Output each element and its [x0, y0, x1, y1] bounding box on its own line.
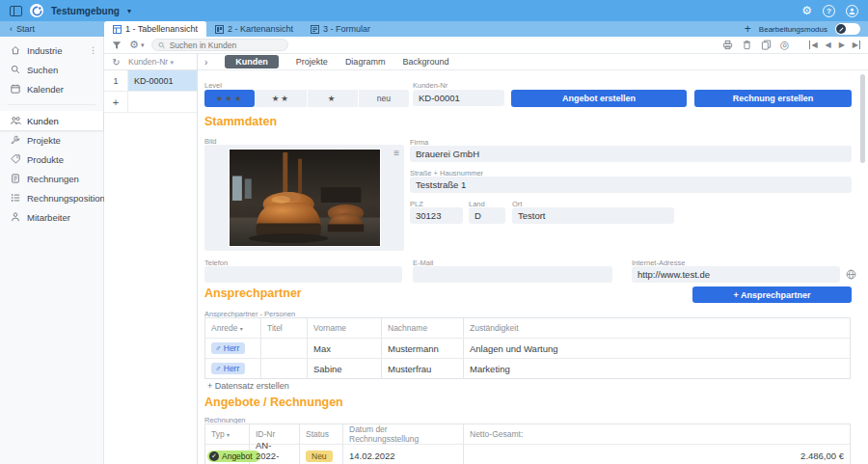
detail-tab-projekte[interactable]: Projekte	[296, 57, 328, 67]
col-nachname[interactable]: Nachname	[382, 318, 464, 338]
firma-field[interactable]: Brauerei GmbH	[410, 146, 852, 162]
image-menu-icon[interactable]: ≡	[393, 148, 399, 158]
collapse-chevron-icon[interactable]: ›	[204, 57, 207, 68]
nav-last-icon[interactable]: ▶	[853, 41, 860, 49]
level-option-3-stars[interactable]: ★★★	[204, 90, 255, 107]
nav-first-icon[interactable]: ◀	[809, 41, 817, 49]
ninox-logo[interactable]	[30, 4, 43, 17]
col-datum[interactable]: Datum der Rechnungsstellung	[343, 424, 464, 444]
nachname-cell: Mustermann	[382, 339, 464, 358]
back-to-start[interactable]: ‹ Start	[0, 21, 104, 37]
customer-photo	[230, 150, 380, 246]
detail-form: Level ★★★ ★★ ★ neu Kunden-Nr KD-00001 An…	[198, 70, 868, 464]
angebot-erstellen-button[interactable]: Angebot erstellen	[511, 90, 687, 107]
workspace-title[interactable]: Testumgebung	[51, 6, 120, 16]
detail-tab-diagramm[interactable]: Diagramm	[345, 57, 386, 67]
table-row[interactable]: ♂ Herr Sabine Musterfrau Marketing	[205, 359, 850, 378]
status-badge: Neu	[306, 450, 333, 462]
back-label: Start	[16, 24, 35, 34]
kunden-nr-label: Kunden-Nr	[413, 81, 448, 90]
sidebar-item-projekte[interactable]: Projekte	[0, 130, 103, 150]
sort-caret-icon: ▾	[240, 325, 243, 332]
column-header-kunden-nr[interactable]: Kunden-Nr ▾	[128, 57, 174, 67]
add-view-button[interactable]: +	[745, 22, 751, 36]
sidebar-item-rechnungen[interactable]: Rechnungen	[0, 169, 103, 188]
kebab-icon[interactable]: ⋮	[89, 45, 97, 55]
sidebar-item-industrie[interactable]: Industrie ⋮	[0, 41, 103, 60]
kunden-nr-field[interactable]: KD-00001	[413, 90, 504, 106]
detail-tab-kunden[interactable]: Kunden	[225, 55, 279, 68]
list-header: ↻ Kunden-Nr ▾	[104, 54, 197, 70]
detail-tab-background[interactable]: Background	[402, 57, 448, 67]
home-icon	[10, 45, 21, 55]
rechnung-erstellen-button[interactable]: Rechnung erstellen	[694, 90, 852, 107]
bild-field[interactable]: ≡	[204, 145, 404, 251]
strasse-field[interactable]: Teststraße 1	[410, 177, 852, 193]
col-anrede[interactable]: Anrede ▾	[205, 318, 261, 338]
land-field[interactable]: D	[469, 207, 505, 224]
nav-prev-icon[interactable]: ◀	[826, 41, 831, 49]
panel-toggle-icon[interactable]	[10, 6, 22, 16]
angebote-heading: Angebote / Rechnungen	[204, 396, 343, 409]
view-settings-gear-icon[interactable]: ⚙▾	[129, 40, 144, 50]
add-ansprechpartner-button[interactable]: + Ansprechpartner	[692, 287, 852, 303]
level-option-2-stars[interactable]: ★★	[256, 90, 306, 107]
table-row[interactable]: ✓Angebot AN-2022-0001 Neu 14.02.2022 2.4…	[205, 445, 850, 464]
col-vorname[interactable]: Vorname	[308, 318, 382, 338]
edit-mode-toggle[interactable]	[835, 23, 860, 35]
sidebar-item-label: Rechnungen	[27, 174, 79, 184]
sidebar-item-suchen[interactable]: Suchen	[0, 60, 103, 79]
sidebar-item-mitarbeiter[interactable]: Mitarbeiter	[0, 207, 103, 227]
ort-field[interactable]: Testort	[512, 207, 674, 224]
level-option-neu[interactable]: neu	[359, 90, 409, 107]
col-titel[interactable]: Titel	[261, 318, 308, 338]
email-field[interactable]	[413, 266, 612, 283]
list-item[interactable]: 1 KD-00001	[104, 70, 197, 92]
vertical-scrollbar[interactable]	[860, 74, 865, 163]
globe-icon[interactable]	[846, 269, 856, 280]
col-typ[interactable]: Typ ▾	[205, 424, 250, 444]
col-netto[interactable]: Netto-Gesamt:	[464, 424, 850, 444]
search-box[interactable]	[151, 39, 288, 51]
table-view-icon	[113, 25, 122, 34]
filter-icon[interactable]	[112, 41, 122, 50]
sidebar-item-rechnungspositionen[interactable]: Rechnungspositionen	[0, 188, 103, 207]
record-target-icon[interactable]: ◎	[780, 40, 790, 50]
add-record-row[interactable]: +	[104, 92, 197, 113]
tab-kartenansicht[interactable]: 2 - Kartenansicht	[206, 21, 302, 37]
plz-field[interactable]: 30123	[410, 207, 463, 224]
search-input[interactable]	[170, 41, 283, 50]
table-row[interactable]: ♂ Herr Max Mustermann Anlagen und Wartun…	[205, 339, 850, 359]
plus-icon: +	[104, 92, 128, 112]
people-icon	[10, 116, 21, 125]
netto-cell: 2.486,00 €	[464, 445, 850, 464]
sidebar: Industrie ⋮ Suchen Kalender Kunden	[0, 37, 104, 464]
level-option-1-star[interactable]: ★	[308, 90, 358, 107]
refresh-icon[interactable]: ↻	[104, 57, 128, 68]
create-record-link[interactable]: + Datensatz erstellen	[207, 381, 289, 391]
trash-icon[interactable]	[742, 40, 752, 50]
search-icon	[10, 65, 21, 74]
copy-icon[interactable]	[761, 40, 772, 50]
account-icon[interactable]	[846, 5, 858, 17]
gear-icon[interactable]: ⚙	[801, 5, 812, 16]
internet-field[interactable]: http://www.test.de	[632, 266, 840, 283]
sidebar-item-produkte[interactable]: Produkte	[0, 150, 103, 169]
sort-caret-icon: ▾	[227, 431, 230, 438]
tab-tabellenansicht[interactable]: 1 - Tabellenansicht	[104, 21, 206, 37]
tab-formular[interactable]: 3 - Formular	[302, 21, 379, 37]
help-icon[interactable]: ?	[823, 5, 835, 17]
view-tab-bar: ‹ Start 1 - Tabellenansicht 2 - Kartenan…	[0, 21, 868, 37]
titel-cell	[261, 359, 308, 378]
col-status[interactable]: Status	[300, 424, 343, 444]
app-window: Testumgebung ▾ ⚙ ? ‹ Start 1 - Tabellena…	[0, 0, 868, 464]
col-zustaendigkeit[interactable]: Zuständigkeit	[464, 318, 850, 338]
printer-icon[interactable]	[722, 40, 733, 50]
nachname-cell: Musterfrau	[382, 359, 464, 378]
titel-cell	[261, 339, 308, 358]
sidebar-item-kalender[interactable]: Kalender	[0, 79, 103, 98]
nav-next-icon[interactable]: ▶	[839, 41, 845, 49]
sidebar-item-kunden[interactable]: Kunden	[0, 111, 103, 130]
telefon-field[interactable]	[204, 266, 402, 283]
chevron-down-icon: ▾	[127, 7, 131, 15]
